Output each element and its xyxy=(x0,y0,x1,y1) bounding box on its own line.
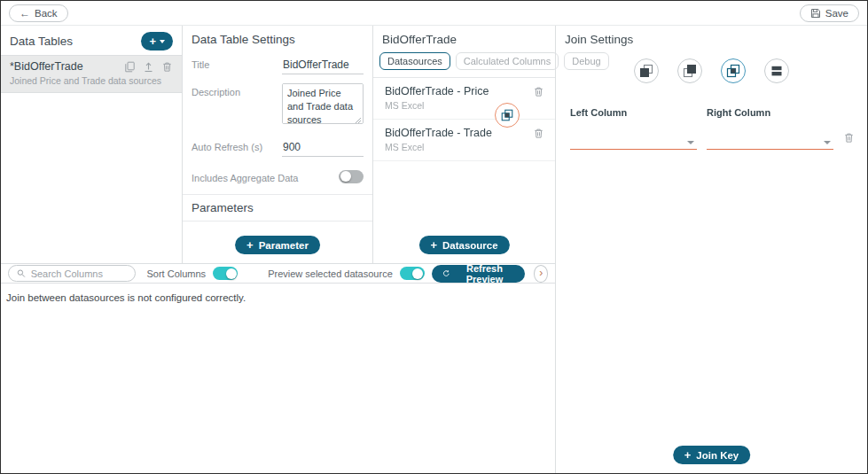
tab-calculated-columns[interactable]: Calculated Columns xyxy=(456,52,559,70)
plus-icon: + xyxy=(149,35,156,47)
toggle-knob xyxy=(340,171,351,182)
back-arrow-icon: ← xyxy=(20,8,30,19)
left-column-group: Left Column xyxy=(570,107,697,150)
auto-refresh-input[interactable] xyxy=(282,139,364,157)
plus-icon: + xyxy=(430,239,437,251)
preview-datasource-label: Preview selected datasource xyxy=(268,268,393,279)
add-join-key-label: Join Key xyxy=(696,450,739,461)
app-window: ← Back Save Data Tables + xyxy=(0,0,868,474)
data-table-settings-panel: Data Table Settings Title Description xyxy=(183,26,373,263)
preview-message: Join between datasources is not configur… xyxy=(1,284,555,473)
title-row: Title xyxy=(192,56,364,74)
data-tables-title: Data Tables xyxy=(10,35,73,48)
left-column-select[interactable] xyxy=(570,133,697,150)
topbar: ← Back Save xyxy=(1,1,867,26)
add-datasource-label: Datasource xyxy=(442,240,498,251)
left-join-icon xyxy=(638,63,654,79)
trash-icon[interactable] xyxy=(533,128,544,139)
panels-row: Data Tables + *BidOfferTrade xyxy=(1,26,555,263)
plus-icon: + xyxy=(246,239,254,251)
toggle-knob xyxy=(412,268,423,279)
join-settings-badge[interactable] xyxy=(495,103,520,128)
left-column-label: Left Column xyxy=(570,107,697,118)
sort-columns-toggle[interactable] xyxy=(213,267,238,280)
union-join-button[interactable] xyxy=(764,58,789,83)
description-row: Description Joined Price and Trade data … xyxy=(192,83,364,128)
data-tables-header: Data Tables + xyxy=(1,26,182,55)
datasource-name: BidOfferTrade - Price xyxy=(385,85,530,97)
settings-header: Data Table Settings xyxy=(183,26,372,51)
title-label: Title xyxy=(192,56,282,70)
tab-datasources[interactable]: Datasources xyxy=(379,52,450,70)
data-table-list-item[interactable]: *BidOfferTrade xyxy=(1,55,182,93)
sort-columns-label: Sort Columns xyxy=(146,268,206,279)
plus-icon: + xyxy=(684,449,692,461)
left-join-button[interactable] xyxy=(634,58,659,83)
join-settings-header: Join Settings xyxy=(556,26,867,51)
refresh-icon xyxy=(442,268,450,278)
search-columns-box[interactable] xyxy=(8,265,136,282)
right-column-label: Right Column xyxy=(707,107,833,118)
aggregate-toggle[interactable] xyxy=(339,170,364,183)
chevron-down-icon xyxy=(687,141,694,144)
preview-datasource-toggle[interactable] xyxy=(400,267,425,280)
aggregate-row: Includes Aggregate Data xyxy=(192,169,364,183)
right-join-button[interactable] xyxy=(677,58,702,83)
refresh-preview-label: Refresh Preview xyxy=(455,263,513,284)
inner-join-icon xyxy=(725,63,741,79)
inner-join-icon xyxy=(500,108,514,122)
join-columns-row: Left Column Right Column xyxy=(556,107,867,150)
chevron-down-icon xyxy=(160,40,165,43)
join-type-selector xyxy=(556,58,867,83)
main-area: Data Tables + *BidOfferTrade xyxy=(1,26,867,473)
right-column-select[interactable] xyxy=(707,133,833,150)
save-button[interactable]: Save xyxy=(800,4,859,22)
datasource-name: BidOfferTrade - Trade xyxy=(385,127,530,139)
title-input[interactable] xyxy=(282,57,364,74)
datasources-panel-title: BidOfferTrade xyxy=(382,33,457,46)
auto-refresh-row: Auto Refresh (s) xyxy=(192,138,364,157)
trash-icon[interactable] xyxy=(533,86,544,97)
aggregate-label: Includes Aggregate Data xyxy=(192,169,339,183)
toggle-knob xyxy=(226,268,237,279)
upload-icon[interactable] xyxy=(143,61,154,73)
refresh-preview-button[interactable]: Refresh Preview xyxy=(432,265,525,283)
left-region: Data Tables + *BidOfferTrade xyxy=(1,26,555,473)
auto-refresh-label: Auto Refresh (s) xyxy=(192,138,282,152)
data-tables-panel: Data Tables + *BidOfferTrade xyxy=(1,26,183,263)
chevron-down-icon xyxy=(824,141,831,144)
inner-join-button[interactable] xyxy=(721,58,746,83)
search-icon xyxy=(17,268,26,278)
back-label: Back xyxy=(35,8,58,19)
trash-icon[interactable] xyxy=(161,61,173,73)
add-parameter-button[interactable]: + Parameter xyxy=(235,236,320,254)
add-data-table-button[interactable]: + xyxy=(141,32,173,51)
save-icon xyxy=(810,8,821,19)
parameters-section-title: Parameters xyxy=(183,194,372,221)
search-columns-input[interactable] xyxy=(31,268,128,279)
right-column-group: Right Column xyxy=(707,107,833,150)
description-label: Description xyxy=(192,83,282,97)
back-button[interactable]: ← Back xyxy=(9,4,68,22)
add-join-key-button[interactable]: + Join Key xyxy=(673,446,751,464)
join-settings-title: Join Settings xyxy=(565,33,633,46)
datasources-panel: BidOfferTrade Datasources Calculated Col… xyxy=(373,26,555,263)
datasource-row[interactable]: BidOfferTrade - Price MS Excel xyxy=(373,78,555,120)
union-icon xyxy=(769,63,785,79)
trash-icon[interactable] xyxy=(843,132,855,144)
datasource-row[interactable]: BidOfferTrade - Trade MS Excel xyxy=(373,120,555,161)
expand-preview-button[interactable]: › xyxy=(534,265,548,283)
description-textarea[interactable]: Joined Price and Trade data sources xyxy=(282,83,364,124)
join-settings-panel: Join Settings xyxy=(555,26,867,473)
add-datasource-button[interactable]: + Datasource xyxy=(418,236,509,254)
chevron-right-icon: › xyxy=(539,268,543,278)
add-parameter-label: Parameter xyxy=(259,240,309,251)
copy-icon[interactable] xyxy=(124,61,136,73)
settings-title: Data Table Settings xyxy=(192,33,295,46)
datasources-header: BidOfferTrade xyxy=(373,26,555,51)
data-table-item-top: *BidOfferTrade xyxy=(10,60,173,73)
settings-form: Title Description Joined Price and Trade… xyxy=(183,56,372,183)
data-table-description: Joined Price and Trade data sources xyxy=(10,75,173,86)
data-table-name: *BidOfferTrade xyxy=(10,60,83,73)
datasource-type: MS Excel xyxy=(385,142,530,152)
